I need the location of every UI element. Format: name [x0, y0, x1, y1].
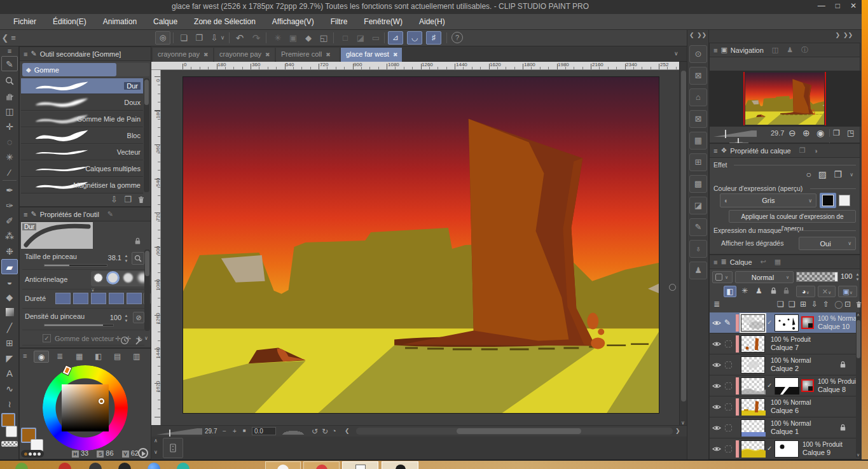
material-folder-manga-button[interactable]: ⊞	[689, 153, 707, 171]
airbrush-tool-icon[interactable]: ⁂	[1, 228, 18, 244]
panel-menu-icon[interactable]: ≡	[713, 147, 717, 155]
intermediate-color-tab-icon[interactable]: ▤	[114, 352, 121, 361]
decoration-tool-icon[interactable]: ❉	[1, 244, 18, 259]
mask-link-check-icon[interactable]: ✓	[767, 445, 772, 452]
taskbar-open-app[interactable]	[265, 461, 301, 469]
layer-row-calque-10[interactable]: ✎ ✓ 100 % NormalCalque 10	[710, 312, 856, 333]
antialias-weak-option[interactable]	[108, 273, 118, 283]
import-subtool-icon[interactable]: ⇩	[111, 195, 118, 204]
undo-button[interactable]: ↶	[233, 31, 247, 45]
document-tab[interactable]: Premiere coll✖	[276, 48, 340, 62]
sub-color-swatch[interactable]	[6, 426, 17, 437]
subtool-item-dur[interactable]: Dur	[21, 78, 143, 94]
mask-disable-icon[interactable]: ✕∨	[818, 286, 836, 297]
opacity-slider[interactable]	[796, 272, 838, 282]
clip-studio-logo-icon[interactable]: ◎	[155, 31, 170, 45]
tool-pen-tab-icon[interactable]: ✎	[1, 56, 18, 71]
close-button[interactable]: ✕	[850, 1, 857, 10]
scroll-down-icon[interactable]: ∨	[857, 452, 860, 458]
antialias-chevron-icon[interactable]: ∨	[91, 287, 95, 293]
gradient-tool-icon[interactable]	[1, 305, 18, 320]
sub-view-tab-icon[interactable]: ◫	[772, 46, 778, 54]
color-mixing-tab-icon[interactable]: ◧	[95, 352, 102, 361]
palette-color-filter[interactable]: ∨	[712, 271, 733, 283]
subtool-scrollbar[interactable]	[144, 78, 149, 192]
taskbar-open-app-active[interactable]	[342, 461, 378, 469]
minimize-button[interactable]: —	[818, 1, 825, 10]
layer-color-icon[interactable]: ▣∨	[838, 286, 857, 297]
canvas-viewport[interactable]	[151, 70, 679, 425]
expression-color-icon[interactable]	[801, 316, 814, 329]
subtool-item-vecteur[interactable]: Vecteur	[21, 144, 143, 160]
apply-expression-color-button[interactable]: Appliquer la couleur d'expression de l'a…	[729, 210, 856, 223]
menu-zone-de-selection[interactable]: Zone de Sélection	[186, 17, 264, 26]
nav-zoom-in-icon[interactable]: ⊕	[803, 128, 810, 138]
taskbar-app-icon[interactable]	[15, 463, 28, 469]
item-bank-tab-icon[interactable]: ♟	[787, 46, 793, 54]
document-tab[interactable]: crayonne pay✖	[214, 48, 275, 62]
material-folder-home-button[interactable]: ⌂	[689, 88, 707, 106]
nav-zoom-slider-thumb[interactable]	[725, 130, 726, 138]
operation-tool-icon[interactable]: ◤	[1, 351, 18, 366]
frame-border-tool-icon[interactable]: ⊞	[1, 335, 18, 351]
density-value[interactable]: 100	[102, 314, 121, 321]
subtool-item-calques-multiples[interactable]: Calques multiples	[21, 161, 143, 177]
clip-to-layer-below-icon[interactable]: ◧	[724, 286, 736, 297]
white-swatch[interactable]	[839, 195, 850, 206]
rotate-ccw-icon[interactable]: ↺	[312, 427, 318, 436]
layer-row-calque-7[interactable]: 100 % ProduitCalque 7	[710, 333, 856, 354]
document-tab-active[interactable]: glace far west✖	[341, 48, 402, 62]
duplicate-subtool-icon[interactable]: ❐	[124, 195, 132, 204]
border-effect-tab-icon[interactable]: ❐	[799, 146, 806, 155]
collapse-up-icon[interactable]: ∧	[154, 438, 158, 444]
fill-tool-icon[interactable]: ◆	[1, 290, 18, 305]
subtool-item-bloc[interactable]: Bloc	[21, 128, 143, 144]
opacity-value[interactable]: 100	[841, 272, 852, 280]
layer-list-view-icon[interactable]: ≣	[713, 300, 720, 309]
mask-link-check-icon[interactable]: ✓	[767, 382, 772, 389]
effect-border-icon[interactable]: ○	[806, 169, 811, 179]
snap-special-button[interactable]: ♯	[426, 31, 441, 45]
layer-mask-thumbnail[interactable]	[775, 440, 799, 458]
layer-history-tab-icon[interactable]: ↩	[761, 258, 766, 266]
color-mode-toggle-icon[interactable]	[138, 448, 148, 458]
dock-collapse-icon[interactable]: ❯	[835, 32, 840, 38]
lock-transparent-icon[interactable]	[782, 286, 790, 295]
scroll-up-icon[interactable]: ∧	[857, 312, 860, 318]
preview-lock-icon[interactable]	[134, 237, 142, 245]
layer-thumbnail[interactable]	[741, 335, 765, 353]
sv-selector[interactable]	[99, 398, 104, 404]
brush-size-value[interactable]: 38.1	[96, 254, 121, 262]
brush-tool-icon[interactable]: ✐	[1, 213, 18, 228]
layer-mask-icon[interactable]: ◯	[834, 300, 843, 309]
menu-fichier[interactable]: Fichier	[5, 17, 45, 26]
zoom-in-icon[interactable]: +	[233, 428, 237, 435]
vector-eraser-checkbox[interactable]: ✓	[43, 334, 51, 342]
hardness-step-2[interactable]	[73, 293, 88, 304]
nav-zoom-slider[interactable]	[713, 130, 757, 137]
eyedropper-tool-icon[interactable]: ∕	[1, 165, 18, 180]
redo-button[interactable]: ↷	[249, 31, 263, 45]
color-history-pill[interactable]	[21, 450, 44, 458]
fit-to-window-icon[interactable]: ❐	[833, 129, 840, 137]
menu-filtre[interactable]: Filtre	[322, 17, 356, 26]
navigation-preview[interactable]	[710, 71, 861, 127]
tab-close-icon[interactable]: ✖	[393, 52, 398, 58]
layer-row-calque-8[interactable]: ✓ 100 % ProduitCalque 8	[710, 375, 856, 396]
brush-size-import-button[interactable]	[132, 252, 144, 265]
zoom-tool-icon[interactable]	[1, 73, 18, 88]
select-round-button[interactable]: ▭	[369, 31, 383, 45]
visibility-eye-icon[interactable]	[712, 340, 721, 347]
material-folder-3d-button[interactable]: ◪	[689, 197, 707, 214]
timeline-palette-button[interactable]	[163, 438, 183, 458]
density-effect-button[interactable]: ⊘	[133, 312, 144, 323]
material-folder-edit-button[interactable]: ✎	[689, 218, 707, 236]
vertical-scrollbar[interactable]: ∨	[679, 62, 687, 425]
panel-menu-icon[interactable]: ≡	[24, 211, 27, 218]
collapse-left-icon[interactable]: ❮	[1, 31, 9, 45]
scroll-left-icon[interactable]: ❮	[345, 428, 350, 434]
material-folder-image-button[interactable]: ▩	[689, 175, 707, 193]
layer-thumbnail[interactable]	[741, 398, 765, 416]
transparent-color-swatch[interactable]	[1, 441, 18, 447]
layer-checkbox[interactable]	[725, 445, 732, 452]
